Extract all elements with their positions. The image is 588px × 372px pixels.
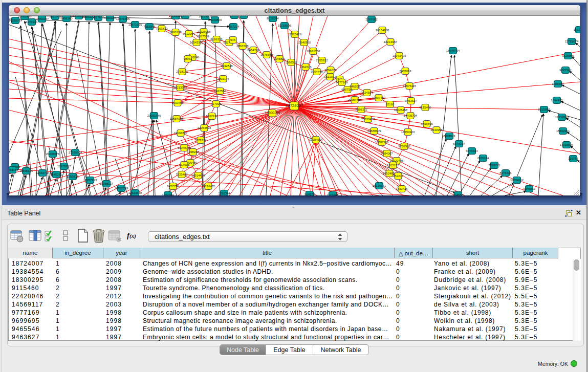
svg-text:19654988: 19654988 [170,117,184,120]
svg-text:417006: 417006 [211,102,222,105]
svg-text:1527602: 1527602 [49,16,61,18]
svg-text:10807457: 10807457 [372,96,386,99]
svg-text:15751074: 15751074 [565,40,579,43]
svg-text:18807209: 18807209 [375,141,389,144]
svg-text:1498222: 1498222 [187,150,199,154]
svg-text:10046786: 10046786 [178,146,191,149]
svg-text:1151074: 1151074 [574,28,580,31]
svg-text:1145191: 1145191 [51,173,63,176]
svg-text:5578334: 5578334 [194,139,207,142]
svg-text:10688609: 10688609 [367,129,381,133]
svg-text:2935114: 2935114 [477,157,490,160]
svg-text:16033809: 16033809 [199,16,212,18]
svg-text:9227342: 9227342 [559,69,572,72]
svg-text:20364456: 20364456 [348,98,362,101]
svg-text:746206: 746206 [350,85,360,88]
svg-text:10543392: 10543392 [190,41,204,44]
svg-text:8813054: 8813054 [267,17,279,20]
svg-text:7386372: 7386372 [355,108,367,111]
svg-text:98961: 98961 [184,57,192,60]
svg-text:10671955: 10671955 [116,17,130,20]
svg-text:20206576: 20206576 [46,152,60,156]
svg-text:317006: 317006 [179,163,190,166]
svg-text:17957223: 17957223 [83,179,97,182]
svg-text:8427552: 8427552 [214,90,226,93]
svg-text:3912954: 3912954 [183,32,195,35]
svg-text:12213369: 12213369 [173,86,187,89]
svg-text:1733426: 1733426 [396,187,408,190]
svg-text:10025458: 10025458 [394,108,408,112]
svg-text:1640955: 1640955 [430,128,443,132]
svg-text:924565: 924565 [453,193,464,195]
svg-text:1209387: 1209387 [552,82,564,85]
svg-text:9463627: 9463627 [405,99,417,102]
svg-text:19218596: 19218596 [278,24,292,27]
svg-text:7632621: 7632621 [488,164,500,167]
svg-text:7163822: 7163822 [156,27,168,30]
svg-text:10973493: 10973493 [393,54,406,57]
svg-text:8471626: 8471626 [499,171,512,174]
svg-text:9684007: 9684007 [381,152,393,155]
svg-text:7485063: 7485063 [399,70,411,73]
svg-text:18724007: 18724007 [286,103,302,108]
svg-text:16648764: 16648764 [446,49,460,52]
svg-text:3824554: 3824554 [361,91,373,94]
svg-text:10671955: 10671955 [128,23,142,26]
svg-text:2718170: 2718170 [176,70,188,73]
svg-text:9242848: 9242848 [221,64,233,68]
svg-text:2867608: 2867608 [236,45,249,48]
svg-text:8267130: 8267130 [206,115,218,118]
svg-text:1250515: 1250515 [67,175,79,178]
svg-text:8186328: 8186328 [210,38,223,41]
svg-text:1244415: 1244415 [551,99,563,102]
svg-text:15136141: 15136141 [373,184,386,187]
svg-text:1010755: 1010755 [171,101,184,104]
svg-text:7955812: 7955812 [316,59,328,62]
svg-text:1527602: 1527602 [92,16,104,19]
svg-text:8938923: 8938923 [443,135,455,138]
svg-text:9245652: 9245652 [523,187,535,190]
svg-text:62160: 62160 [386,103,395,106]
svg-text:9474444: 9474444 [466,149,478,152]
svg-text:10154808: 10154808 [376,29,389,32]
svg-text:1588520: 1588520 [285,61,297,64]
svg-text:8454749: 8454749 [247,49,259,52]
svg-text:9777169: 9777169 [336,81,348,84]
svg-text:16961758: 16961758 [307,50,320,53]
svg-text:1362615: 1362615 [299,65,312,69]
svg-text:8660123: 8660123 [169,31,182,34]
svg-text:6466160: 6466160 [104,16,116,19]
svg-text:9794078: 9794078 [324,69,337,72]
svg-text:2803144: 2803144 [217,77,229,80]
svg-text:18300295: 18300295 [264,111,280,115]
svg-text:1292344: 1292344 [162,193,174,195]
svg-text:1615132: 1615132 [387,164,399,167]
svg-text:13716485: 13716485 [202,185,215,188]
svg-text:20053346: 20053346 [147,114,161,117]
svg-text:9115460: 9115460 [420,106,432,109]
svg-text:17016504: 17016504 [560,143,574,146]
svg-text:1292344: 1292344 [218,192,230,195]
svg-text:1603380: 1603380 [179,16,191,17]
svg-text:12353594: 12353594 [198,126,211,129]
svg-text:252214: 252214 [393,174,404,178]
svg-text:6899695: 6899695 [421,122,433,125]
svg-text:546: 546 [230,38,236,41]
svg-text:1621072: 1621072 [324,75,336,78]
svg-text:15692991: 15692991 [556,129,570,133]
svg-text:10782759: 10782759 [115,187,128,190]
svg-text:116753: 116753 [568,157,578,160]
svg-text:10958127: 10958127 [100,182,114,185]
svg-text:6479197: 6479197 [453,142,465,145]
svg-text:9129966: 9129966 [562,54,574,57]
svg-text:9756928: 9756928 [398,145,410,148]
svg-text:9146821: 9146821 [273,57,286,60]
svg-text:964577: 964577 [304,193,315,195]
svg-text:12923448: 12923448 [128,191,142,194]
svg-text:20891406: 20891406 [18,16,32,18]
svg-text:3675685: 3675685 [260,53,273,56]
svg-text:1171648: 1171648 [327,193,339,195]
svg-text:7357224: 7357224 [227,25,239,28]
svg-text:7515546: 7515546 [143,25,156,28]
svg-text:16033809: 16033809 [208,18,222,21]
